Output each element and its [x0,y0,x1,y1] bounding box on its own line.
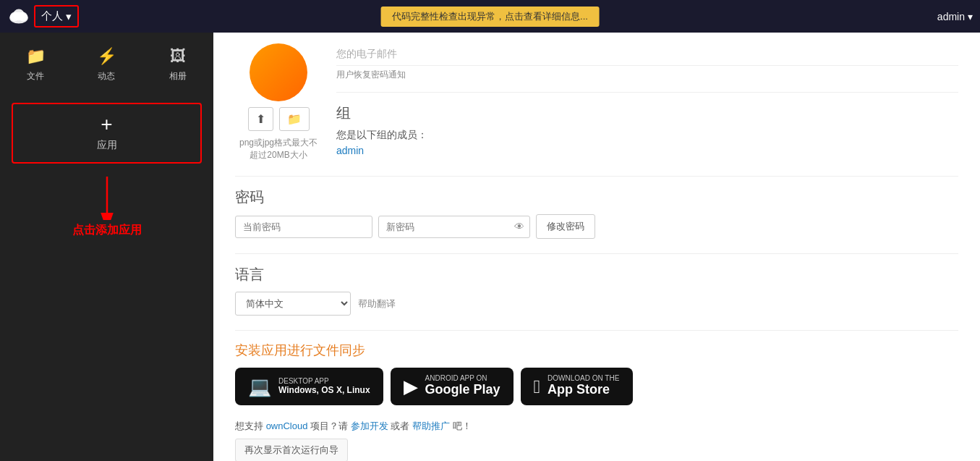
app-store-badge[interactable]:  Download on the App Store [521,368,633,405]
top-nav: 个人 ▾ 代码完整性检查出现异常，点击查看详细信息... admin ▾ [0,0,980,33]
activity-label: 动态 [98,70,115,83]
promote-link[interactable]: 帮助推广 [412,420,450,431]
plus-icon: + [101,114,112,135]
language-select[interactable]: 简体中文 [235,292,351,316]
svg-point-3 [13,9,25,20]
main-content: ⬆ 📁 png或jpg格式最大不超过20MB大小 您的电子邮件 用户恢复密码通知… [213,33,980,461]
alert-banner[interactable]: 代码完整性检查出现异常，点击查看详细信息... [380,7,600,27]
password-input-row: 👁 修改密码 [235,214,958,239]
dev-link[interactable]: 参加开发 [351,420,388,431]
google-play-badge[interactable]: ▶ ANDROID APP ON Google Play [391,368,514,405]
profile-top: ⬆ 📁 png或jpg格式最大不超过20MB大小 您的电子邮件 用户恢复密码通知… [235,43,958,161]
current-password-input[interactable] [235,216,372,238]
groups-member-label: 您是以下组的成员： [336,129,958,142]
folder-avatar-button[interactable]: 📁 [279,107,310,131]
desktop-icon: 💻 [248,377,271,396]
cloud-logo [7,5,30,28]
sidebar-item-activity[interactable]: ⚡ 动态 [71,40,142,90]
sidebar-item-photos[interactable]: 🖼 相册 [142,40,213,90]
photos-label: 相册 [169,70,187,83]
arrow-svg [78,177,136,220]
support-text-1: 想支持 [235,420,263,431]
personal-dropdown-arrow: ▾ [66,10,72,23]
ios-main: App Store [547,382,619,398]
app-section: 安装应用进行文件同步 💻 Desktop app Windows, OS X, … [235,342,958,405]
divider-1 [336,92,958,93]
groups-title: 组 [336,103,958,123]
sidebar-item-files[interactable]: 📁 文件 [0,40,71,90]
divider-4 [235,330,958,331]
desktop-sub: Desktop app [278,378,370,385]
avatar-area: ⬆ 📁 png或jpg格式最大不超过20MB大小 [235,43,322,161]
divider-3 [235,253,958,254]
android-icon: ▶ [404,377,418,396]
eye-icon[interactable]: 👁 [514,221,524,232]
admin-menu[interactable]: admin ▾ [937,11,973,22]
email-display: 您的电子邮件 [336,43,958,66]
language-section: 语言 简体中文 帮助翻译 [235,265,958,316]
personal-label: 个人 [41,9,63,23]
email-placeholder-text: 您的电子邮件 [336,48,397,59]
desktop-main: Windows, OS X, Linux [278,385,370,395]
android-main: Google Play [425,382,500,398]
upload-avatar-button[interactable]: ⬆ [248,107,273,131]
new-password-input[interactable] [378,216,530,238]
add-app-label: 应用 [97,139,117,152]
android-sub: ANDROID APP ON [425,375,500,382]
change-password-button[interactable]: 修改密码 [536,214,595,239]
ios-sub: Download on the [547,375,619,382]
owncloud-link[interactable]: ownCloud [266,420,308,431]
app-badges: 💻 Desktop app Windows, OS X, Linux ▶ AND… [235,368,958,405]
support-line: 想支持 ownCloud 项目？请 参加开发 或者 帮助推广 吧！ [235,420,958,433]
desktop-app-badge[interactable]: 💻 Desktop app Windows, OS X, Linux [235,368,383,405]
language-title: 语言 [235,265,958,284]
email-notice: 用户恢复密码通知 [336,69,958,81]
divider-2 [235,176,958,177]
add-app-button[interactable]: + 应用 [12,103,202,164]
groups-member-link[interactable]: admin [336,145,364,156]
language-row: 简体中文 帮助翻译 [235,292,958,316]
avatar [250,43,307,101]
profile-fields: 您的电子邮件 用户恢复密码通知 组 您是以下组的成员： admin [336,43,958,156]
admin-dropdown-arrow: ▾ [968,11,973,22]
avatar-actions: ⬆ 📁 [248,107,310,131]
new-password-wrap: 👁 [378,216,530,238]
admin-label: admin [937,11,965,22]
main-layout: 📁 文件 ⚡ 动态 🖼 相册 + 应用 [0,33,980,461]
avatar-hint: png或jpg格式最大不超过20MB大小 [235,137,322,161]
annotation-area: 点击添加应用 [0,169,213,245]
help-translate-link[interactable]: 帮助翻译 [358,297,396,310]
personal-menu[interactable]: 个人 ▾ [34,5,79,28]
annotation-text: 点击添加应用 [14,223,199,238]
support-text-4: 吧！ [453,420,472,431]
password-title: 密码 [235,187,958,207]
wizard-button[interactable]: 再次显示首次运行向导 [235,439,348,461]
sidebar: 📁 文件 ⚡ 动态 🖼 相册 + 应用 [0,33,213,461]
files-label: 文件 [27,70,44,83]
files-icon: 📁 [26,47,46,66]
support-text-2: 项目？请 [310,420,348,431]
activity-icon: ⚡ [97,47,116,66]
app-section-title: 安装应用进行文件同步 [235,342,958,359]
apple-icon:  [534,377,541,396]
sidebar-nav: 📁 文件 ⚡ 动态 🖼 相册 [0,33,213,97]
support-text-3: 或者 [391,420,409,431]
photos-icon: 🖼 [170,47,186,66]
password-section: 密码 👁 修改密码 [235,187,958,239]
